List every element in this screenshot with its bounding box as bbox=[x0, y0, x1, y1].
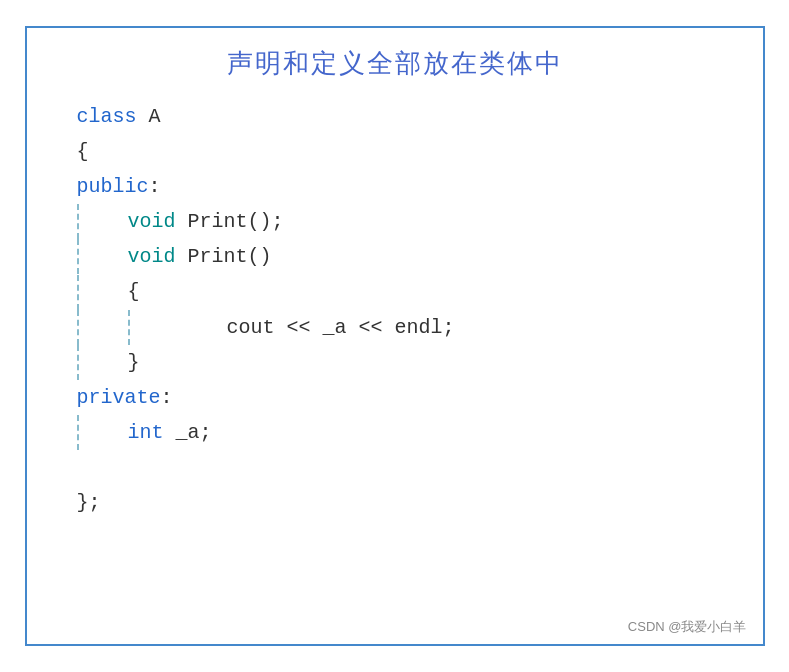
card-title: 声明和定义全部放在类体中 bbox=[27, 28, 763, 95]
attribution: CSDN @我爱小白羊 bbox=[628, 618, 747, 636]
code-block: class A { public: void Print(); void Pri… bbox=[27, 95, 763, 524]
main-card: 声明和定义全部放在类体中 class A { public: void Prin… bbox=[25, 26, 765, 646]
code-content: class A { public: void Print(); void Pri… bbox=[77, 99, 733, 520]
